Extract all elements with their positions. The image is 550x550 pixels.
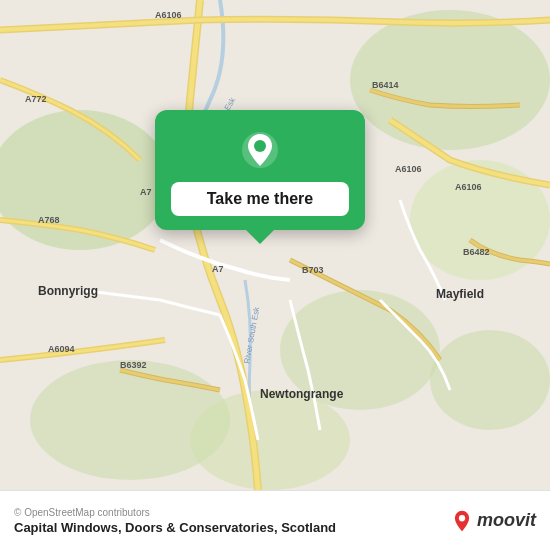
svg-text:A6106: A6106 — [455, 182, 482, 192]
svg-point-7 — [430, 330, 550, 430]
map-pin-icon — [238, 128, 282, 172]
svg-text:Bonnyrigg: Bonnyrigg — [38, 284, 98, 298]
moovit-label: moovit — [477, 510, 536, 531]
svg-text:A7: A7 — [212, 264, 224, 274]
bottom-left-info: © OpenStreetMap contributors Capital Win… — [14, 507, 336, 535]
svg-text:Newtongrange: Newtongrange — [260, 387, 344, 401]
svg-text:A6106: A6106 — [155, 10, 182, 20]
moovit-logo: moovit — [451, 510, 536, 532]
svg-point-27 — [254, 140, 266, 152]
svg-text:A768: A768 — [38, 215, 60, 225]
svg-text:A772: A772 — [25, 94, 47, 104]
take-me-there-button[interactable]: Take me there — [171, 182, 349, 216]
svg-text:B6482: B6482 — [463, 247, 490, 257]
svg-text:B703: B703 — [302, 265, 324, 275]
moovit-pin-icon — [451, 510, 473, 532]
svg-point-28 — [459, 515, 465, 521]
osm-attribution: © OpenStreetMap contributors — [14, 507, 336, 518]
bottom-bar: © OpenStreetMap contributors Capital Win… — [0, 490, 550, 550]
svg-text:A6094: A6094 — [48, 344, 75, 354]
svg-text:Mayfield: Mayfield — [436, 287, 484, 301]
location-label: Capital Windows, Doors & Conservatories,… — [14, 520, 336, 535]
svg-text:A6106: A6106 — [395, 164, 422, 174]
svg-text:B6414: B6414 — [372, 80, 399, 90]
svg-text:A7: A7 — [140, 187, 152, 197]
svg-point-6 — [190, 390, 350, 490]
location-popup: Take me there — [155, 110, 365, 230]
map-area: A6106 A772 A768 A7 A7 A6094 A6106 A6106 … — [0, 0, 550, 490]
svg-text:B6392: B6392 — [120, 360, 147, 370]
